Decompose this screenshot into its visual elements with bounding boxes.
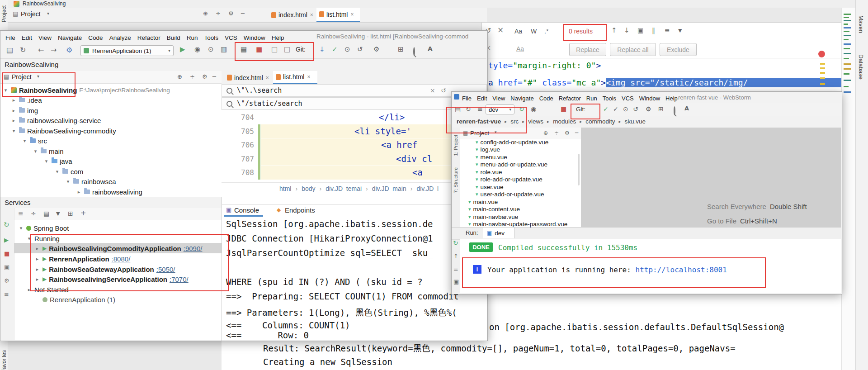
tree-row[interactable]: ▸rainbowsealiving — [76, 187, 142, 197]
file-row[interactable]: ▾config-add-or-update.vue — [476, 138, 548, 146]
chevron-right-icon[interactable]: ▸ — [26, 287, 32, 293]
chevron-down-icon[interactable]: ▾ — [18, 225, 24, 231]
locate-icon[interactable]: ⊕ — [177, 74, 182, 80]
localhost-link[interactable]: http://localhost:8001 — [636, 266, 727, 274]
select-all-icon[interactable]: ▣ — [637, 27, 643, 33]
chevron-down-icon[interactable]: ▾ — [43, 158, 49, 164]
wrench-icon[interactable]: ⚙ — [646, 106, 651, 112]
exclude-button[interactable]: Exclude — [660, 43, 697, 56]
hide-icon[interactable]: ─ — [241, 10, 245, 16]
sync-icon[interactable]: ↻ — [20, 47, 26, 54]
locate-icon[interactable]: ⊕ — [543, 130, 548, 136]
code-line[interactable]: <a href — [381, 140, 417, 150]
options-menu-icon[interactable]: ≡ — [4, 291, 9, 297]
error-badge[interactable] — [818, 51, 825, 57]
filter-icon[interactable]: ▼ — [56, 211, 60, 216]
filter-icon[interactable]: ▼ — [678, 28, 682, 33]
services-row-not-started[interactable]: ▸ Not Started — [26, 285, 69, 294]
rerun-icon[interactable]: ↻ — [4, 222, 9, 228]
wrench-icon[interactable]: ⚙ — [66, 47, 72, 54]
tab-list-html[interactable]: list.html × — [273, 71, 317, 84]
run-tab-dev[interactable]: ▣ dev — [483, 227, 514, 238]
search-field-row[interactable]: \"/static/search — [222, 97, 487, 110]
breadcrumb-item[interactable]: sku.vue — [625, 118, 646, 125]
maven-tool-tab[interactable]: Maven — [858, 15, 864, 33]
chevron-down-icon[interactable]: ▾ — [11, 128, 17, 134]
group-icon[interactable]: ≡ — [18, 210, 24, 217]
vcs-commit-icon[interactable]: ✓ — [613, 106, 618, 112]
tree-row[interactable]: ▾java — [43, 156, 72, 166]
breadcrumb-item[interactable]: src — [510, 118, 519, 125]
vcs-commit-icon[interactable]: ✓ — [603, 106, 609, 112]
tree-row[interactable]: ▾src — [22, 136, 47, 146]
file-row[interactable]: ▾menu.vue — [476, 153, 507, 161]
code-line[interactable]: </li> — [379, 112, 405, 122]
coverage-icon[interactable]: ⊙ — [208, 46, 214, 53]
tree-row[interactable]: ▸raibnowsealiving-service — [11, 115, 101, 125]
menu-analyze[interactable]: Analyze — [109, 34, 131, 41]
history-icon[interactable]: ⊙ — [344, 46, 350, 53]
options-icon[interactable]: ⊞ — [68, 210, 73, 217]
chevron-right-icon[interactable]: ▸ — [34, 256, 40, 262]
options-menu-icon[interactable]: ≡ — [453, 266, 458, 272]
rerun-icon[interactable]: ↻ — [453, 240, 458, 246]
file-row[interactable]: ▾log.vue — [476, 146, 500, 153]
run-config-select[interactable]: RenrenApplication (1) ▾ — [80, 45, 174, 56]
code-line[interactable]: tyle="margin-right: 0"> — [488, 61, 601, 70]
project-panel-title[interactable]: Project — [470, 130, 489, 137]
tree-scrollbar[interactable] — [578, 154, 580, 185]
chevron-right-icon[interactable]: ▸ — [11, 118, 17, 123]
vcs-update-icon[interactable]: ↓ — [319, 46, 325, 53]
tree-row[interactable]: ▸.idea — [11, 95, 42, 105]
back-icon[interactable]: ← — [38, 47, 44, 54]
favorites-tool-tab[interactable]: Favorites — [1, 350, 7, 370]
save-icon[interactable]: ▤ — [6, 47, 13, 54]
start-icon[interactable]: ▶ — [4, 237, 9, 243]
menu-tools[interactable]: Tools — [603, 95, 616, 102]
tab-index-html[interactable]: index.html × — [224, 71, 271, 84]
collapse-all-icon[interactable]: ÷ — [554, 130, 559, 136]
translate-icon[interactable]: A — [684, 105, 689, 111]
breadcrumb-item[interactable]: views — [528, 118, 543, 125]
menu-run[interactable]: Run — [187, 34, 198, 41]
profiler-icon[interactable]: ▥ — [221, 46, 227, 53]
database-tool-tab[interactable]: Database — [858, 54, 864, 80]
menu-view[interactable]: View — [38, 34, 52, 41]
close-icon[interactable]: × — [310, 12, 313, 18]
services-row-springboot[interactable]: ▾ Spring Boot — [18, 223, 69, 233]
window-icon[interactable]: □ — [271, 46, 278, 53]
file-row[interactable]: ▾main-navbar.vue — [468, 213, 518, 220]
chevron-down-icon[interactable]: ▾ — [33, 148, 38, 154]
match-case-toggle[interactable]: Aa — [514, 28, 522, 35]
thread-dump-icon[interactable]: ▣ — [4, 264, 9, 270]
chevron-right-icon[interactable]: ▸ — [76, 189, 82, 195]
search-field-row[interactable]: \"\.\search × ↺ — [222, 84, 487, 97]
breadcrumb-item[interactable]: commodity — [585, 118, 615, 125]
hide-icon[interactable]: ─ — [212, 74, 216, 80]
close-icon[interactable]: × — [497, 26, 504, 34]
stop-icon[interactable]: ■ — [4, 251, 9, 256]
service-app-port[interactable]: :5050/ — [156, 266, 175, 273]
search-input[interactable]: \"\.\search — [237, 86, 282, 95]
menu-help[interactable]: Help — [665, 95, 678, 102]
service-app-port[interactable]: :8080/ — [112, 255, 131, 263]
service-app-port[interactable]: :9090/ — [184, 245, 203, 252]
gear-icon[interactable]: ⚙ — [373, 46, 379, 53]
code-line[interactable]: <li style=' — [354, 126, 411, 136]
menu-vcs[interactable]: VCS — [622, 95, 634, 102]
breadcrumb-item[interactable]: div.JD_main — [372, 185, 406, 192]
terminal-icon[interactable]: ⊞ — [658, 106, 664, 112]
undo-icon[interactable]: ↺ — [633, 106, 638, 112]
prev-match-icon[interactable]: ↑ — [611, 27, 617, 34]
collapse-all-icon[interactable]: ÷ — [216, 10, 221, 16]
menu-window[interactable]: Window — [244, 34, 265, 41]
tree-row[interactable]: ▾main — [33, 146, 64, 156]
gear-icon[interactable]: ⚙ — [228, 10, 234, 16]
service-app-row[interactable]: RenrenApplication (1) — [42, 294, 115, 304]
file-row[interactable]: ▾role-add-or-update.vue — [476, 176, 542, 183]
minimap[interactable] — [841, 8, 856, 370]
run-icon[interactable]: ▶ — [180, 46, 185, 53]
sync-icon[interactable]: ↻ — [466, 106, 471, 112]
menu-vcs[interactable]: VCS — [225, 34, 237, 41]
menu-navigate[interactable]: Navigate — [510, 95, 533, 102]
